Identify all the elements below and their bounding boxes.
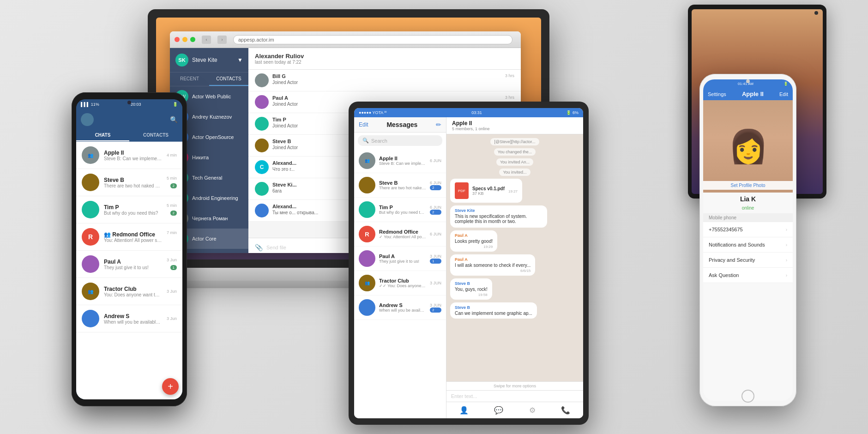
browser-url-bar[interactable]: appesp.actor.im (233, 35, 512, 44)
message-avatar (255, 139, 269, 152)
ipad-chat-bubble: Steve B Can we implement some graphic ap… (450, 302, 537, 319)
ipad-conv-item[interactable]: Andrew S When will you be available for … (354, 295, 446, 320)
iphone-nav-bar: Settings Apple II Edit (703, 88, 793, 100)
ipad-edit-btn[interactable]: Edit (359, 121, 368, 128)
android-chat-time: 5 min (167, 203, 177, 208)
android-chat-body: Andrew S When will you be available for … (104, 313, 162, 325)
ipad-conv-body: Tim P But why do you need this? (379, 205, 426, 215)
iphone-ask-question-item[interactable]: Ask Question › (703, 268, 793, 283)
ipad-status-bar: ●●●●● YOTA ᵂ 03:31 🔋 6% (354, 108, 583, 117)
android-chat-item[interactable]: Andrew S When will you be available for … (76, 305, 182, 332)
message-text: Can we implement some graphic ap... (455, 311, 532, 316)
ipad-messages-list: Edit Messages ✏ 🔍 Search 👥 (354, 117, 446, 418)
message-avatar (255, 95, 269, 109)
iphone-nav-title: Apple II (726, 90, 779, 97)
android-tab-chats[interactable]: CHATS (76, 130, 129, 141)
browser-back-btn[interactable]: ‹ (202, 36, 211, 44)
ipad-conv-meta: 6 JUN 2 (430, 205, 441, 215)
android-chat-body: Tractor Club You: Does anyone want to ma… (104, 286, 162, 297)
ipad-conv-item[interactable]: Tim P But why do you need this? 6 JUN 2 (354, 198, 446, 222)
ipad-search-placeholder: Search (371, 138, 387, 144)
ipad-conv-item[interactable]: R Redmond Office ✓ You: Attention! All p… (354, 222, 446, 247)
android-chat-name: Tim P (104, 204, 162, 211)
android-chat-item[interactable]: Steve B There are two hot naked girls th… (76, 169, 182, 196)
android-tab-contacts[interactable]: CONTACTS (129, 130, 182, 141)
android-chat-name: Paul A (104, 259, 162, 265)
android-chat-item[interactable]: 👥 Apple II Steve B: Can we implement som… (76, 142, 182, 169)
ipad-conv-badge: 2 (430, 307, 441, 313)
ipad-nav-calls-icon[interactable]: 📞 (561, 406, 570, 415)
android-search-icon[interactable]: 🔍 (170, 116, 178, 123)
android-time: 20:03 (131, 102, 141, 107)
browser-close-btn[interactable] (175, 37, 180, 42)
iphone-notifications-item[interactable]: Notifications and Sounds › (703, 237, 793, 253)
iphone-home-button[interactable] (741, 390, 754, 403)
ipad-compose-icon[interactable]: ✏ (436, 121, 441, 128)
group-icon: 👥 (365, 158, 370, 163)
iphone-phone-number-item[interactable]: +75552345675 › (703, 222, 793, 237)
android-chat-preview: You: Attention! All power sources will..… (104, 238, 162, 243)
android-chat-meta: 7 min (167, 230, 177, 243)
message-avatar (255, 73, 269, 87)
android-chat-avatar: 👥 (82, 146, 99, 164)
ipad-chat-bubble: Paul A Looks pretty good! 19:29 (450, 230, 497, 252)
sidebar-tab-contacts[interactable]: CONTACTS (209, 72, 248, 86)
message-avatar (255, 182, 269, 196)
ipad-search-bar[interactable]: 🔍 Search (358, 135, 442, 146)
ipad-nav-contacts-icon[interactable]: 👤 (459, 406, 469, 415)
ipad-nav-messages-icon[interactable]: 💬 (494, 406, 503, 415)
android-chat-item[interactable]: R 👥 Redmond Office You: Attention! All p… (76, 223, 182, 251)
android-chat-item[interactable]: Tim P But why do you need this? 5 min 2 (76, 196, 182, 223)
iphone-phone-number: +75552345675 (709, 227, 743, 232)
ipad-conv-item[interactable]: Paul A They just give it to us! 3 JUN 1 (354, 247, 446, 271)
ipad-conv-name: Paul A (379, 253, 426, 259)
browser-minimize-btn[interactable] (182, 37, 187, 42)
group-icon: 👥 (104, 231, 112, 238)
message-text: I will ask someone to check if every... (455, 263, 530, 268)
android-chat-body: 👥 Redmond Office You: Attention! All pow… (104, 231, 162, 243)
ipad-conv-item[interactable]: 👥 Tractor Club ✓✓ You: Does anyone want … (354, 271, 446, 295)
android-chat-avatar (82, 174, 99, 191)
android-chat-meta: 5 min 2 (167, 203, 177, 216)
ipad-chat-input[interactable]: Enter text... (446, 390, 583, 402)
ipad-conv-avatar: 👥 (359, 275, 375, 291)
sidebar-item-name: Чернега Роман (192, 216, 228, 221)
android-chat-item[interactable]: 👥 Tractor Club You: Does anyone want to … (76, 278, 182, 305)
scene: ‹ › appesp.actor.im SK Steve Kit (0, 0, 868, 434)
ipad-conv-time: 6 JUN (430, 205, 441, 210)
ipad-conv-body: Paul A They just give it to us! (379, 253, 426, 264)
ipad-chat-messages: [@Steve][http://actor... You changed the… (446, 134, 583, 381)
message-sender: Bill G (272, 73, 501, 79)
message-sender: Paul A (455, 233, 493, 238)
sidebar-tab-recent[interactable]: RECENT (170, 72, 209, 86)
android-body: ▌▌▌ 11% 20:03 🔋 🔍 CHATS CONTACTS � (72, 92, 187, 406)
search-icon: 🔍 (362, 138, 369, 144)
iphone-back-button[interactable]: Settings (708, 91, 726, 97)
ipad-conv-item[interactable]: 👥 Apple II Steve B: Can we implement som… (354, 149, 446, 173)
iphone-profile-name: Lia K (703, 193, 793, 205)
send-file-icon[interactable]: 📎 (255, 244, 263, 251)
message-text: This is new specification of system. com… (455, 214, 542, 224)
iphone-set-photo-button[interactable]: Set Profile Photo (703, 181, 793, 190)
ipad-conv-name: Andrew S (379, 302, 426, 308)
ipad-chat-bubble: Steve Kite This is new specification of … (450, 205, 547, 228)
ipad-conv-item[interactable]: Steve B There are two hot naked girls th… (354, 173, 446, 198)
ipad-screen: ●●●●● YOTA ᵂ 03:31 🔋 6% Edit Messages ✏ … (354, 108, 583, 418)
chevron-right-icon: › (786, 273, 787, 278)
sidebar-item-name: Никита (192, 155, 209, 160)
message-sender: Paul A (455, 257, 530, 262)
group-icon: 👥 (88, 153, 93, 158)
iphone-edit-button[interactable]: Edit (779, 91, 788, 97)
browser-maximize-btn[interactable] (190, 37, 195, 42)
sidebar-chevron-icon[interactable]: ▼ (237, 57, 243, 63)
browser-forward-btn[interactable]: › (217, 36, 227, 44)
chevron-right-icon: › (786, 227, 787, 232)
android-chat-name: Apple II (104, 150, 162, 156)
iphone-privacy-item[interactable]: Privacy and Security › (703, 253, 793, 268)
ipad-system-message: You invited An... (496, 158, 533, 166)
android-fab[interactable]: + (162, 378, 179, 395)
android-chat-item[interactable]: Paul A They just give it to us! 3 Jun 1 (76, 251, 182, 278)
android-chat-name: Andrew S (104, 313, 162, 319)
iphone-battery-icon: 🔋 (784, 82, 788, 86)
ipad-nav-settings-icon[interactable]: ⚙ (529, 406, 536, 415)
